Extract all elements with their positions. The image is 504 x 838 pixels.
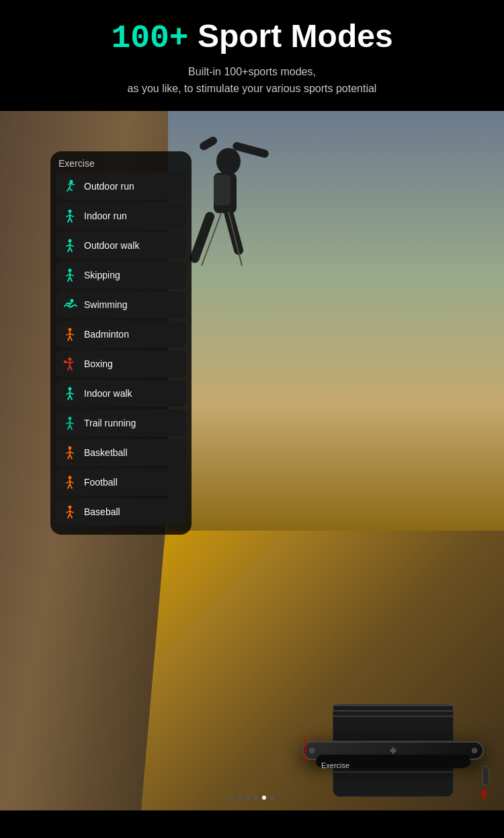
exercise-panel: Exercise Outdoor run Indoor run Outdoor … (50, 151, 192, 535)
watch-body: SPORT Exercise VO2 maxtest Rowingmachine… (302, 741, 484, 760)
svg-point-61 (69, 446, 72, 449)
dot-4[interactable] (254, 796, 258, 800)
page-title: 100+ Sport Modes (13, 19, 491, 56)
svg-point-67 (69, 475, 72, 479)
svg-point-15 (69, 209, 72, 213)
sport-item[interactable]: Boxing (56, 350, 186, 377)
svg-point-55 (69, 416, 72, 420)
exercise-panel-label: Exercise (56, 158, 186, 169)
svg-line-32 (70, 277, 72, 281)
sport-icon (61, 237, 79, 254)
sport-item[interactable]: Outdoor walk (56, 232, 186, 259)
sport-item[interactable]: Indoor run (56, 202, 186, 229)
sport-item[interactable]: Football (56, 469, 186, 496)
sport-name: Football (84, 477, 118, 488)
header: 100+ Sport Modes Built-in 100+sports mod… (0, 0, 504, 111)
svg-point-73 (69, 505, 72, 508)
svg-line-20 (70, 218, 72, 222)
svg-point-0 (216, 148, 241, 175)
svg-rect-45 (64, 360, 67, 363)
title-text: Sport Modes (189, 18, 393, 54)
sport-name: Outdoor run (84, 181, 134, 192)
sport-icon (61, 266, 79, 284)
sport-name: Skipping (84, 270, 120, 280)
sport-name: Trail running (84, 418, 136, 428)
subtitle: Built-in 100+sports modes, as you like, … (13, 63, 491, 98)
highlight-text: 100+ (111, 20, 188, 56)
svg-point-21 (69, 239, 72, 242)
sport-icon (61, 355, 79, 373)
watch-container: SPORT Exercise VO2 maxtest Rowingmachine… (302, 704, 484, 797)
dot-6[interactable] (270, 796, 274, 800)
watch-screen: Exercise VO2 maxtest Rowingmachine Strol… (316, 755, 470, 768)
sport-item[interactable]: Swimming (56, 291, 186, 318)
dot-5-active[interactable] (262, 796, 266, 800)
svg-point-42 (69, 357, 72, 360)
svg-point-36 (69, 328, 72, 331)
sport-name: Swimming (84, 299, 128, 310)
dot-2[interactable] (238, 796, 242, 800)
watch-exercise-label: Exercise (321, 761, 465, 768)
sport-icon (61, 503, 79, 521)
sport-list: Outdoor run Indoor run Outdoor walk Skip… (56, 173, 186, 525)
page-dots (0, 796, 504, 800)
svg-line-12 (69, 188, 72, 190)
dot-3[interactable] (246, 796, 250, 800)
svg-line-72 (70, 484, 72, 488)
sport-item[interactable]: Trail running (56, 410, 186, 436)
svg-line-66 (70, 455, 72, 459)
sport-name: Indoor run (84, 211, 127, 221)
sport-name: Boxing (84, 358, 113, 369)
sport-item[interactable]: Basketball (56, 439, 186, 466)
sport-icon (61, 414, 79, 432)
sport-icon (61, 444, 79, 461)
sport-item[interactable]: Outdoor run (56, 173, 186, 200)
sport-item[interactable]: Indoor walk (56, 380, 186, 407)
sport-icon (61, 207, 79, 225)
sport-name: Indoor walk (84, 388, 132, 399)
svg-line-54 (70, 395, 72, 399)
svg-point-49 (69, 387, 72, 390)
sport-item[interactable]: Baseball (56, 498, 186, 525)
svg-rect-6 (214, 175, 230, 205)
watch-button-top[interactable] (482, 766, 489, 785)
sport-icon (61, 385, 79, 402)
sport-icon (61, 178, 79, 195)
dot-1[interactable] (230, 796, 234, 800)
sport-side-label: SPORT (302, 736, 308, 762)
screw-br (472, 748, 477, 753)
sport-icon (61, 296, 79, 313)
sport-icon (61, 473, 79, 491)
sport-icon (61, 326, 79, 343)
sport-item[interactable]: Skipping (56, 262, 186, 289)
svg-line-41 (70, 336, 72, 340)
sport-name: Baseball (84, 506, 120, 517)
sport-item[interactable]: Badminton (56, 321, 186, 348)
sport-name: Basketball (84, 447, 128, 458)
sport-name: Badminton (84, 329, 129, 340)
main-area: Exercise Outdoor run Indoor run Outdoor … (0, 111, 504, 810)
svg-line-60 (70, 425, 72, 429)
sport-name: Outdoor walk (84, 240, 139, 251)
screw-bl (309, 748, 314, 753)
svg-line-48 (70, 366, 72, 370)
watch-band-top (333, 704, 454, 741)
triangle-bottom-icon (390, 749, 396, 755)
svg-rect-2 (198, 135, 218, 151)
svg-line-78 (70, 514, 72, 518)
svg-point-27 (69, 268, 72, 272)
svg-line-26 (70, 247, 72, 252)
